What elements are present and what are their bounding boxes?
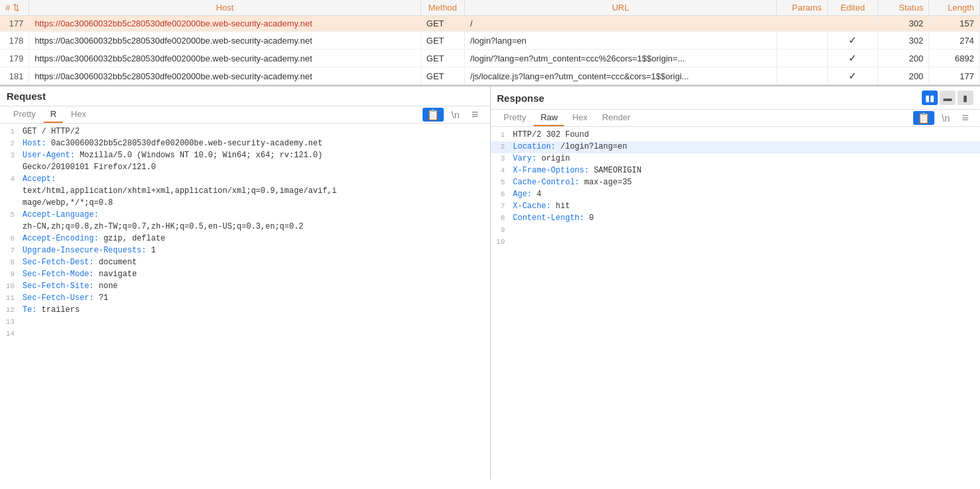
code-line: 12Te: trailers [0, 305, 490, 317]
request-newline-btn[interactable]: \n [446, 108, 464, 122]
row-length: 177 [929, 67, 980, 86]
row-status: 302 [878, 32, 929, 50]
response-title: Response [497, 93, 545, 104]
code-line: 2Host: 0ac30060032bb5c280530dfe002000be.… [0, 138, 490, 150]
code-line: 8Content-Length: 0 [491, 213, 981, 225]
code-line: 3Vary: origin [491, 153, 981, 165]
response-menu-btn[interactable]: ≡ [957, 110, 973, 126]
response-view-split-btn[interactable]: ▮▮ [922, 91, 938, 105]
code-line: 9Sec-Fetch-Mode: navigate [0, 269, 490, 281]
row-host: https://0ac30060032bb5c280530dfe002000be… [29, 32, 421, 50]
row-params [776, 67, 827, 86]
code-line: 2Location: /login?lang=en [491, 141, 981, 153]
col-header-num[interactable]: # ⇅ [0, 0, 29, 16]
row-length: 6892 [929, 50, 980, 67]
col-header-host[interactable]: Host [29, 0, 421, 16]
code-line: 7Upgrade-Insecure-Requests: 1 [0, 245, 490, 257]
row-method: GET [421, 50, 464, 67]
code-line: 13 [0, 317, 490, 328]
response-panel-header: Response ▮▮ ▬ ▮ [491, 87, 981, 110]
col-header-edited[interactable]: Edited [827, 0, 878, 16]
code-line: 1GET / HTTP/2 [0, 126, 490, 138]
table-row[interactable]: 179https://0ac30060032bb5c280530dfe00200… [0, 50, 980, 67]
col-header-status[interactable]: Status [878, 0, 929, 16]
code-line: 6Age: 4 [491, 189, 981, 201]
response-tab-hex[interactable]: Hex [565, 110, 594, 126]
code-line: 6Accept-Encoding: gzip, deflate [0, 233, 490, 245]
response-tab-render[interactable]: Render [596, 110, 637, 126]
table-row[interactable]: 177https://0ac30060032bb5c280530dfe00200… [0, 16, 980, 32]
request-tab-actions: 📋 \n ≡ [423, 106, 483, 123]
code-line: 3User-Agent: Mozilla/5.0 (Windows NT 10.… [0, 150, 490, 162]
row-params [776, 50, 827, 67]
row-length: 274 [929, 32, 980, 50]
row-edited: ✓ [827, 32, 878, 50]
response-copy-btn[interactable]: 📋 [913, 111, 934, 125]
code-line: 8Sec-Fetch-Dest: document [0, 257, 490, 269]
code-line: zh-CN,zh;q=0.8,zh-TW;q=0.7,zh-HK;q=0.5,e… [0, 221, 490, 233]
request-menu-btn[interactable]: ≡ [467, 106, 483, 123]
row-edited: ✓ [827, 67, 878, 86]
row-status: 200 [878, 50, 929, 67]
code-line: text/html,application/xhtml+xml,applicat… [0, 186, 490, 198]
response-panel: Response ▮▮ ▬ ▮ Pretty Raw Hex Render 📋 … [491, 87, 981, 479]
code-line: 14 [0, 328, 490, 340]
row-status: 200 [878, 67, 929, 86]
request-tab-r[interactable]: R [44, 106, 63, 123]
col-header-url[interactable]: URL [465, 0, 777, 16]
col-header-params[interactable]: Params [776, 0, 827, 16]
code-line: 1HTTP/2 302 Found [491, 130, 981, 141]
row-params [776, 32, 827, 50]
code-line: 5Cache-Control: max-age=35 [491, 177, 981, 189]
row-num: 181 [0, 67, 29, 86]
code-line: Gecko/20100101 Firefox/121.0 [0, 162, 490, 174]
code-line: 10 [491, 237, 981, 248]
code-line: 4X-Frame-Options: SAMEORIGIN [491, 165, 981, 177]
row-num: 177 [0, 16, 29, 32]
row-url: /js/localize.js?lang=en?utm_content=ccc&… [465, 67, 777, 86]
request-tab-pretty[interactable]: Pretty [7, 106, 42, 123]
request-tab-hex[interactable]: Hex [64, 106, 93, 123]
code-line: 4Accept: [0, 174, 490, 186]
col-header-length[interactable]: Length [929, 0, 980, 16]
code-line: 9 [491, 225, 981, 237]
code-line: 11Sec-Fetch-User: ?1 [0, 293, 490, 305]
request-copy-btn[interactable]: 📋 [423, 108, 444, 122]
response-code-area[interactable]: 1HTTP/2 302 Found2Location: /login?lang=… [491, 127, 981, 479]
request-tabs-bar: Pretty R Hex 📋 \n ≡ [0, 106, 490, 124]
code-line: 7X-Cache: hit [491, 201, 981, 213]
request-title: Request [7, 91, 46, 102]
response-newline-btn[interactable]: \n [937, 111, 955, 125]
row-edited: ✓ [827, 50, 878, 67]
request-code-area[interactable]: 1GET / HTTP/22Host: 0ac30060032bb5c28053… [0, 124, 490, 479]
table-row[interactable]: 181https://0ac30060032bb5c280530dfe00200… [0, 67, 980, 86]
row-host: https://0ac30060032bb5c280530dfe002000be… [29, 16, 421, 32]
response-tabs-bar: Pretty Raw Hex Render 📋 \n ≡ [491, 110, 981, 127]
row-url: / [465, 16, 777, 32]
row-method: GET [421, 16, 464, 32]
row-url: /login/?lang=en?utm_content=ccc%26cors=1… [465, 50, 777, 67]
response-tab-raw[interactable]: Raw [534, 110, 564, 126]
row-length: 157 [929, 16, 980, 32]
response-view-btn2[interactable]: ▬ [940, 91, 956, 105]
response-tab-actions: 📋 \n ≡ [913, 110, 973, 126]
request-panel-header: Request [0, 87, 490, 106]
row-method: GET [421, 67, 464, 86]
row-url: /login?lang=en [465, 32, 777, 50]
table-row[interactable]: 178https://0ac30060032bb5c280530dfe00200… [0, 32, 980, 50]
row-num: 178 [0, 32, 29, 50]
row-host: https://0ac30060032bb5c280530dfe002000be… [29, 67, 421, 86]
request-table: # ⇅ Host Method URL Params Edited Status… [0, 0, 980, 86]
col-header-method[interactable]: Method [421, 0, 464, 16]
response-view-btn3[interactable]: ▮ [958, 91, 973, 105]
row-params [776, 16, 827, 32]
response-tab-pretty[interactable]: Pretty [497, 110, 533, 126]
row-status: 302 [878, 16, 929, 32]
row-edited [827, 16, 878, 32]
code-line: mage/webp,*/*;q=0.8 [0, 198, 490, 209]
bottom-panels: Request Pretty R Hex 📋 \n ≡ 1GET / HTTP/… [0, 86, 980, 479]
request-panel: Request Pretty R Hex 📋 \n ≡ 1GET / HTTP/… [0, 87, 491, 479]
code-line: 5Accept-Language: [0, 209, 490, 221]
row-host: https://0ac30060032bb5c280530dfe002000be… [29, 50, 421, 67]
code-line: 10Sec-Fetch-Site: none [0, 281, 490, 293]
